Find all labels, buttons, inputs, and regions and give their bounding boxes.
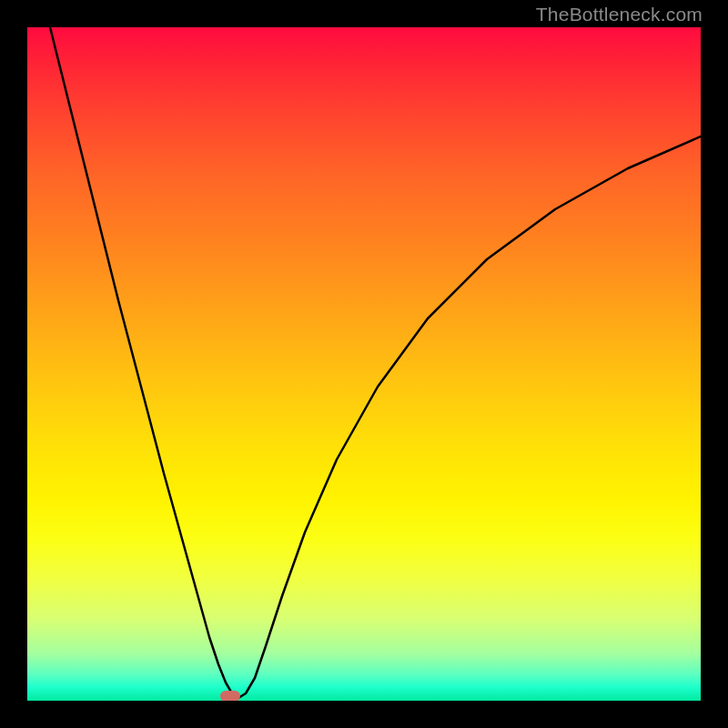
- bottleneck-curve: [27, 27, 701, 701]
- optimal-point-marker: [220, 691, 240, 701]
- plot-area: [27, 27, 701, 701]
- watermark-text: TheBottleneck.com: [536, 4, 703, 25]
- chart-frame: TheBottleneck.com: [0, 0, 728, 728]
